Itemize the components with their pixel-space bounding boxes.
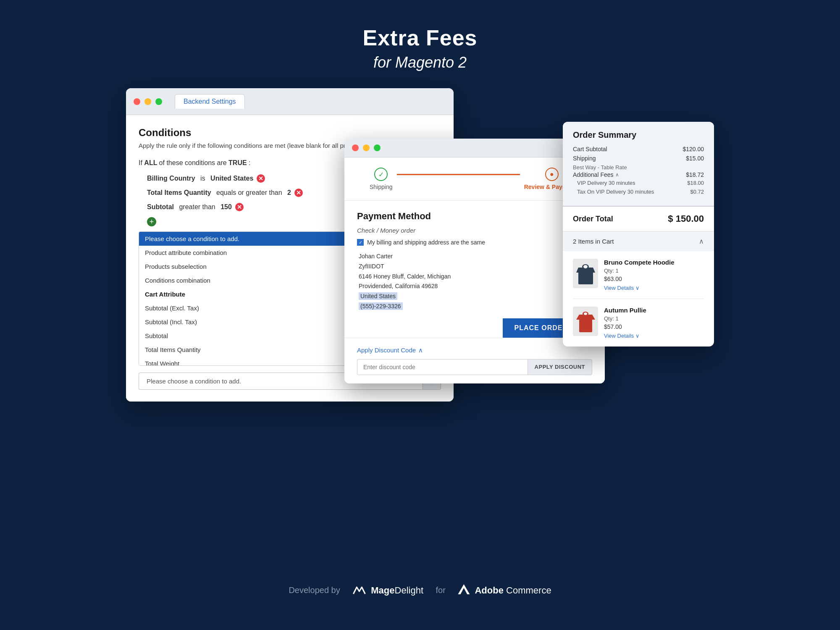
order-vip-label: VIP Delivery 30 minutes [577, 180, 635, 186]
page-header: Extra Fees for Magento 2 [362, 0, 477, 88]
address-phone: (555)-229-3326 [359, 302, 592, 312]
discount-chevron-icon: ∧ [418, 346, 423, 354]
address-block: Johan Carter ZyfIIIDOT 6146 Honey Bluff,… [357, 252, 592, 312]
magedelight-logo-icon [352, 585, 366, 596]
address-name: Johan Carter [359, 252, 592, 262]
checkout-tl-yellow[interactable] [363, 144, 370, 151]
svg-point-9 [584, 312, 587, 315]
order-shipping-label: Shipping [573, 155, 596, 162]
conditions-title: Conditions [139, 127, 441, 139]
condition-value-qty: 2 [287, 189, 291, 197]
order-subtotal-label: Cart Subtotal [573, 146, 607, 152]
cart-header[interactable]: 2 Items in Cart ∧ [563, 231, 714, 251]
step-shipping-label: Shipping [370, 184, 393, 190]
order-row-subtotal: Cart Subtotal $120.00 [573, 146, 704, 152]
order-subtotal-value: $120.00 [682, 146, 704, 152]
footer-developed-text: Developed by [289, 585, 340, 595]
order-tax-value: $0.72 [690, 189, 704, 195]
cart-header-label: 2 Items in Cart [573, 238, 614, 245]
delight-text: Delight [395, 585, 423, 596]
item-1-qty: Qty: 1 [604, 268, 704, 274]
order-vip-value: $18.00 [687, 180, 704, 186]
cart-toggle-icon: ∧ [699, 237, 704, 245]
payment-title: Payment Method [357, 211, 592, 222]
adobe-commerce-text: Adobe Commerce [475, 585, 551, 596]
cart-item-1: Bruno Compete Hoodie Qty: 1 $63.00 View … [573, 251, 704, 299]
item-1-name: Bruno Compete Hoodie [604, 259, 704, 266]
order-row-vip: VIP Delivery 30 minutes $18.00 [573, 180, 704, 186]
item-2-qty: Qty: 1 [604, 315, 704, 322]
order-fees-value: $18.72 [686, 171, 704, 178]
backend-titlebar: Backend Settings [126, 88, 454, 115]
add-condition-btn[interactable]: + [147, 217, 156, 226]
discount-code-input[interactable] [357, 359, 528, 375]
address-company: ZyfIIIDOT [359, 262, 592, 272]
remove-condition-1[interactable]: ✕ [257, 174, 265, 183]
address-street: 6146 Honey Bluff, Calder, Michigan [359, 272, 592, 282]
item-2-details-link[interactable]: View Details ∨ [604, 333, 704, 339]
billing-same-checkbox-row: ✓ My billing and shipping address are th… [357, 239, 592, 246]
apply-discount-button[interactable]: APPLY DISCOUNT [528, 359, 592, 375]
order-shipping-value: $15.00 [686, 155, 704, 162]
order-row-fees: Additional Fees ∧ $18.72 [573, 171, 704, 178]
remove-condition-3[interactable]: ✕ [235, 203, 244, 211]
order-total-value: $ 150.00 [668, 213, 704, 224]
item-2-name: Autumn Pullie [604, 307, 704, 314]
step-line [397, 174, 520, 175]
step-shipping[interactable]: ✓ Shipping [370, 168, 393, 190]
order-tax-label: Tax On VIP Delivery 30 minutes [577, 189, 654, 195]
svg-point-4 [583, 265, 588, 268]
billing-same-checkbox[interactable]: ✓ [357, 239, 364, 246]
page-footer: Developed by MageDelight for Adobe Comme… [289, 572, 551, 613]
adobe-logo-icon [458, 584, 470, 596]
backend-tab[interactable]: Backend Settings [175, 94, 245, 109]
condition-label-subtotal: Subtotal [147, 203, 174, 211]
traffic-light-yellow[interactable] [144, 98, 151, 105]
condition-label-billing: Billing Country [147, 175, 195, 182]
item-2-price: $57.00 [604, 323, 704, 330]
checkout-tl-green[interactable] [374, 144, 381, 151]
order-total-row: Order Total $ 150.00 [563, 206, 714, 231]
remove-condition-2[interactable]: ✕ [294, 189, 303, 197]
cart-items-list: Bruno Compete Hoodie Qty: 1 $63.00 View … [563, 251, 714, 346]
item-1-info: Bruno Compete Hoodie Qty: 1 $63.00 View … [604, 259, 704, 291]
item-1-image [573, 259, 598, 288]
item-1-price: $63.00 [604, 276, 704, 282]
order-total-label: Order Total [573, 215, 613, 223]
traffic-light-red[interactable] [134, 98, 140, 105]
item-2-image [573, 307, 598, 336]
checkout-tl-red[interactable] [352, 144, 359, 151]
address-city: Providended, California 49628 [359, 281, 592, 291]
svg-marker-2 [590, 268, 595, 273]
order-summary-window: Order Summary Cart Subtotal $120.00 Ship… [563, 122, 714, 346]
details-chevron-icon-1: ∨ [635, 285, 640, 291]
discount-title[interactable]: Apply Discount Code ∧ [357, 346, 592, 354]
item-1-details-link[interactable]: View Details ∨ [604, 285, 704, 291]
order-fees-label: Additional Fees ∧ [573, 171, 619, 178]
payment-method-label: Check / Money order [357, 227, 592, 234]
condition-label-qty: Total Items Quantity [147, 189, 211, 197]
billing-same-label: My billing and shipping address are the … [367, 239, 485, 246]
svg-marker-7 [590, 315, 595, 320]
order-row-shipping: Shipping $15.00 [573, 155, 704, 162]
order-row-tax: Tax On VIP Delivery 30 minutes $0.72 [573, 189, 704, 195]
svg-marker-6 [576, 315, 582, 320]
mage-text: Mage [371, 585, 394, 596]
order-row-shipping-detail: Best Way - Table Rate [573, 164, 704, 171]
details-chevron-icon-2: ∨ [635, 333, 640, 339]
fees-toggle-icon[interactable]: ∧ [615, 172, 619, 178]
order-summary-title: Order Summary [573, 130, 704, 140]
magedelight-brand-name: MageDelight [371, 585, 423, 596]
svg-marker-1 [576, 268, 581, 273]
condition-value-subtotal: 150 [220, 203, 232, 211]
footer-for-text: for [436, 585, 446, 595]
traffic-light-green[interactable] [155, 98, 162, 105]
address-country: United States [359, 291, 592, 302]
page-title: Extra Fees [362, 25, 477, 50]
item-2-info: Autumn Pullie Qty: 1 $57.00 View Details… [604, 307, 704, 339]
page-subtitle: for Magento 2 [362, 54, 477, 71]
cart-item-2: Autumn Pullie Qty: 1 $57.00 View Details… [573, 299, 704, 346]
order-shipping-detail-label: Best Way - Table Rate [573, 164, 627, 171]
condition-value-country: United States [210, 175, 253, 182]
